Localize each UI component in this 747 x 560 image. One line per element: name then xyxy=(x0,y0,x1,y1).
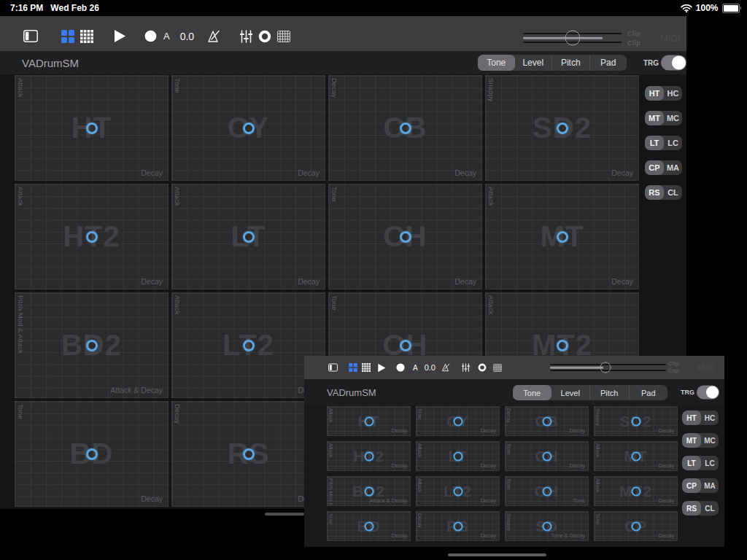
xy-pad[interactable]: MT Attack Decay xyxy=(594,441,678,471)
play-icon[interactable] xyxy=(377,363,386,373)
pads-view-icon[interactable] xyxy=(61,30,74,43)
kit-right-button[interactable]: LC xyxy=(664,136,682,150)
tab[interactable]: Tone xyxy=(513,385,551,400)
volume-slider[interactable] xyxy=(523,31,622,44)
xy-pad[interactable]: HT2 Attack Decay xyxy=(327,441,411,471)
home-indicator[interactable] xyxy=(448,553,546,556)
kit-right-button[interactable]: MA xyxy=(664,160,682,175)
xy-pad[interactable]: HT2 Attack Decay xyxy=(15,184,169,289)
pad-cursor[interactable] xyxy=(400,122,411,134)
pad-cursor[interactable] xyxy=(557,340,568,351)
kit-left-button[interactable]: RS xyxy=(645,185,664,200)
pad-cursor[interactable] xyxy=(243,448,255,460)
kit-pair[interactable]: RS CL xyxy=(682,501,719,516)
pad-cursor[interactable] xyxy=(542,486,551,496)
xy-pad[interactable]: OH Tone Tone xyxy=(505,476,589,506)
xy-pad[interactable]: BD2 Pitch Mod & Attack Attack & Decay xyxy=(327,476,411,506)
record-icon[interactable] xyxy=(396,363,405,372)
pad-cursor[interactable] xyxy=(557,122,568,134)
metronome-icon[interactable] xyxy=(207,30,221,43)
kit-right-button[interactable]: CL xyxy=(664,185,682,200)
slider-knob[interactable] xyxy=(600,362,611,373)
pads-view-icon[interactable] xyxy=(349,363,357,372)
slider-knob[interactable] xyxy=(565,31,580,46)
xy-pad[interactable]: BD Tone Decay xyxy=(15,401,169,507)
xy-pad[interactable]: SD2 Snappy Decay xyxy=(594,406,678,436)
tab[interactable]: Pitch xyxy=(589,385,629,400)
kit-right-button[interactable]: MC xyxy=(701,433,719,448)
pad-cursor[interactable] xyxy=(542,521,551,531)
tab-bar[interactable]: Tone Level Pitch Pad xyxy=(478,55,627,71)
xy-pad[interactable]: CP Tone Decay xyxy=(594,511,678,541)
tab[interactable]: Level xyxy=(515,55,552,71)
pad-cursor[interactable] xyxy=(557,231,568,243)
pad-cursor[interactable] xyxy=(542,416,551,426)
mixer-faders-icon[interactable] xyxy=(240,30,252,43)
kit-left-button[interactable]: MT xyxy=(682,433,701,448)
pad-cursor[interactable] xyxy=(86,448,98,460)
xy-pad[interactable]: CH Tone Decay xyxy=(505,441,589,471)
pad-cursor[interactable] xyxy=(364,486,374,496)
metronome-icon[interactable] xyxy=(441,363,451,372)
kit-left-button[interactable]: HT xyxy=(645,86,664,101)
kit-pair[interactable]: MT MC xyxy=(682,433,719,448)
pad-cursor[interactable] xyxy=(453,486,462,496)
xy-pad[interactable]: LT2 Attack Decay xyxy=(171,292,325,398)
play-icon[interactable] xyxy=(113,29,126,43)
tab-bar[interactable]: Tone Level Pitch Pad xyxy=(513,385,667,400)
pad-cursor[interactable] xyxy=(400,340,411,351)
xy-pad[interactable]: LT Attack Decay xyxy=(416,441,500,471)
sidebar-toggle-icon[interactable] xyxy=(328,363,338,372)
xy-pad[interactable]: LT2 Attack Decay xyxy=(416,476,500,506)
kit-left-button[interactable]: HT xyxy=(682,411,701,425)
xy-pad[interactable]: MT2 Attack Decay xyxy=(594,476,678,506)
kit-pair[interactable]: CP MA xyxy=(645,160,682,175)
pad-cursor[interactable] xyxy=(400,231,411,243)
xy-pad[interactable]: SD Snappy Tone & Decay xyxy=(505,511,589,541)
pad-cursor[interactable] xyxy=(631,416,640,426)
pad-cursor[interactable] xyxy=(453,521,462,531)
xy-pad[interactable]: CY Tone Decay xyxy=(171,75,325,181)
pad-cursor[interactable] xyxy=(631,521,640,531)
ring-icon[interactable] xyxy=(258,30,271,43)
accent-button[interactable]: A xyxy=(163,31,170,42)
pad-cursor[interactable] xyxy=(86,231,98,243)
kit-left-button[interactable]: CP xyxy=(645,160,664,175)
mixer-faders-icon[interactable] xyxy=(462,363,470,372)
trg-toggle[interactable] xyxy=(697,386,719,400)
tab[interactable]: Pad xyxy=(589,55,627,71)
xy-pad[interactable]: HT Attack Decay xyxy=(15,75,169,181)
kit-right-button[interactable]: MA xyxy=(701,478,719,493)
ring-icon[interactable] xyxy=(478,363,487,372)
volume-slider[interactable] xyxy=(550,362,666,373)
pad-cursor[interactable] xyxy=(453,416,462,426)
kit-left-button[interactable]: MT xyxy=(645,111,664,125)
xy-pad[interactable]: MT Attack Decay xyxy=(485,184,639,289)
tempo-value[interactable]: 0.0 xyxy=(425,363,436,372)
tab[interactable]: Pitch xyxy=(551,55,589,71)
kit-right-button[interactable]: MC xyxy=(664,111,682,125)
pad-cursor[interactable] xyxy=(86,122,98,134)
grid-sequencer-icon[interactable] xyxy=(362,363,371,372)
record-icon[interactable] xyxy=(144,30,157,42)
tempo-value[interactable]: 0.0 xyxy=(180,31,194,42)
kit-left-button[interactable]: CP xyxy=(682,478,701,493)
kit-left-button[interactable]: RS xyxy=(682,501,701,516)
grid-table-icon[interactable] xyxy=(277,31,290,42)
sidebar-toggle-icon[interactable] xyxy=(23,30,38,42)
pad-cursor[interactable] xyxy=(631,451,640,461)
xy-pad[interactable]: CH Tone Decay xyxy=(328,184,482,289)
xy-pad[interactable]: BD2 Pitch Mod & Attack Attack & Decay xyxy=(15,292,169,398)
kit-right-button[interactable]: LC xyxy=(701,456,719,470)
kit-pair[interactable]: MT MC xyxy=(645,111,682,125)
tab[interactable]: Level xyxy=(551,385,590,400)
tab[interactable]: Tone xyxy=(478,55,515,71)
accent-button[interactable]: A xyxy=(413,364,418,372)
pad-cursor[interactable] xyxy=(243,122,255,134)
kit-left-button[interactable]: LT xyxy=(682,456,701,470)
xy-pad[interactable]: LT Attack Decay xyxy=(171,184,325,289)
xy-pad[interactable]: RS Decay Decay xyxy=(171,401,325,507)
xy-pad[interactable]: CB Decay Decay xyxy=(505,406,589,436)
grid-table-icon[interactable] xyxy=(493,364,502,372)
kit-left-button[interactable]: LT xyxy=(645,136,664,150)
